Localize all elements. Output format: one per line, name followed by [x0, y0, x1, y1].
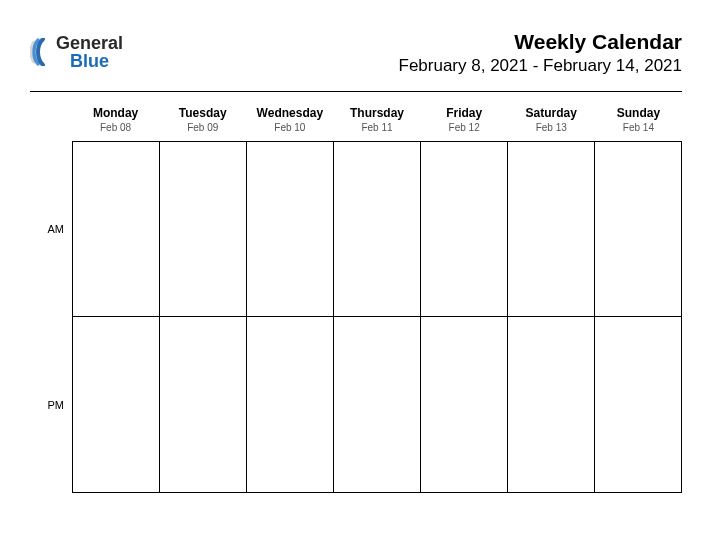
day-header-sunday: Sunday Feb 14	[595, 102, 682, 141]
cells-am	[72, 141, 682, 317]
cell-pm-sat	[507, 317, 594, 493]
row-pm: PM	[30, 317, 682, 493]
logo: General Blue	[30, 30, 123, 70]
cell-pm-mon	[72, 317, 159, 493]
day-date: Feb 14	[595, 122, 682, 133]
day-name: Sunday	[595, 106, 682, 120]
logo-text-blue: Blue	[70, 52, 123, 70]
day-name: Friday	[421, 106, 508, 120]
day-header-thursday: Thursday Feb 11	[333, 102, 420, 141]
cells-pm	[72, 317, 682, 493]
cell-pm-fri	[420, 317, 507, 493]
cell-am-thu	[333, 141, 420, 317]
day-date: Feb 11	[333, 122, 420, 133]
cell-am-wed	[246, 141, 333, 317]
cell-pm-wed	[246, 317, 333, 493]
day-date: Feb 09	[159, 122, 246, 133]
page-subtitle: February 8, 2021 - February 14, 2021	[399, 56, 683, 76]
day-date: Feb 10	[246, 122, 333, 133]
day-header-monday: Monday Feb 08	[72, 102, 159, 141]
day-headers-row: Monday Feb 08 Tuesday Feb 09 Wednesday F…	[72, 102, 682, 141]
page-title: Weekly Calendar	[399, 30, 683, 54]
day-date: Feb 08	[72, 122, 159, 133]
day-name: Thursday	[333, 106, 420, 120]
time-label-pm: PM	[30, 317, 72, 493]
calendar: Monday Feb 08 Tuesday Feb 09 Wednesday F…	[30, 91, 682, 493]
title-block: Weekly Calendar February 8, 2021 - Febru…	[399, 30, 683, 76]
logo-text-general: General	[56, 34, 123, 52]
cell-pm-thu	[333, 317, 420, 493]
day-header-tuesday: Tuesday Feb 09	[159, 102, 246, 141]
calendar-grid: AM PM	[30, 141, 682, 493]
day-name: Saturday	[508, 106, 595, 120]
cell-am-sat	[507, 141, 594, 317]
cell-pm-tue	[159, 317, 246, 493]
day-date: Feb 12	[421, 122, 508, 133]
cell-am-fri	[420, 141, 507, 317]
cell-am-sun	[594, 141, 682, 317]
logo-text: General Blue	[56, 34, 123, 70]
time-label-am: AM	[30, 141, 72, 317]
day-date: Feb 13	[508, 122, 595, 133]
day-name: Wednesday	[246, 106, 333, 120]
day-header-saturday: Saturday Feb 13	[508, 102, 595, 141]
cell-am-mon	[72, 141, 159, 317]
day-header-friday: Friday Feb 12	[421, 102, 508, 141]
cell-pm-sun	[594, 317, 682, 493]
logo-graphic-icon	[30, 38, 54, 66]
row-am: AM	[30, 141, 682, 317]
day-name: Tuesday	[159, 106, 246, 120]
header: General Blue Weekly Calendar February 8,…	[30, 30, 682, 76]
cell-am-tue	[159, 141, 246, 317]
day-header-wednesday: Wednesday Feb 10	[246, 102, 333, 141]
day-name: Monday	[72, 106, 159, 120]
